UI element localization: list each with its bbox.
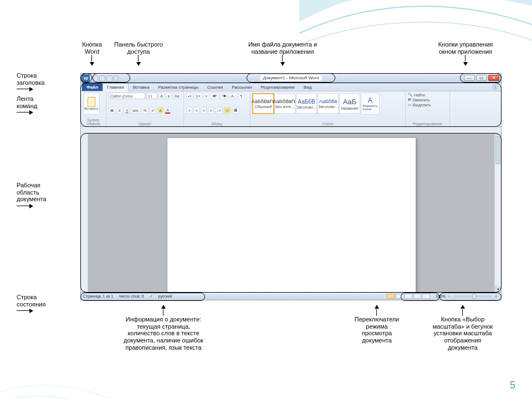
font-name-select[interactable]: Calibri (Осно xyxy=(109,93,145,99)
select-icon: ▭ xyxy=(408,103,412,107)
tab-references[interactable]: Ссылки xyxy=(203,83,227,91)
borders-icon[interactable]: ▦ xyxy=(232,107,239,114)
replace-button[interactable]: Заменить xyxy=(412,98,429,102)
bullets-icon[interactable]: •≡ xyxy=(186,93,193,99)
underline-button[interactable]: Ч xyxy=(124,107,130,114)
save-icon[interactable] xyxy=(92,75,98,81)
find-button[interactable]: Найти xyxy=(414,93,425,97)
bold-button[interactable]: Ж xyxy=(109,107,115,114)
callout-workarea: Рабочая область документа xyxy=(17,182,57,210)
group-clipboard: Вставить Буфер обмена xyxy=(81,91,106,126)
arrow-down-icon xyxy=(463,55,468,66)
status-page[interactable]: Страница: 1 из 1 xyxy=(83,294,113,298)
redo-icon[interactable] xyxy=(106,75,112,81)
paste-button[interactable]: Вставить xyxy=(83,93,100,115)
tab-file[interactable]: Файл xyxy=(82,83,103,91)
view-print-layout-button[interactable] xyxy=(387,294,395,299)
align-left-icon[interactable]: ≡ xyxy=(186,107,192,114)
status-words[interactable]: Число слов: 0 xyxy=(119,294,144,298)
arrow-up-icon xyxy=(161,305,166,316)
callout-view-switch: Переключатели режима просмотра документа xyxy=(344,305,410,344)
document-workarea[interactable] xyxy=(88,134,494,292)
callout-qat: Панель быстрого доступа xyxy=(108,41,169,66)
sort-icon[interactable]: A↓ xyxy=(229,93,237,99)
tab-review[interactable]: Рецензирование xyxy=(256,83,299,91)
change-styles-button[interactable]: A Изменить стили xyxy=(361,93,380,115)
scroll-thumb[interactable] xyxy=(495,136,500,164)
style-heading2[interactable]: АаБбВвЗаголово... xyxy=(318,94,339,114)
scrollbar-vertical[interactable]: ▴ ▾ xyxy=(494,134,501,292)
align-right-icon[interactable]: ≡ xyxy=(201,107,207,114)
tab-insert[interactable]: Вставка xyxy=(129,83,154,91)
undo-icon[interactable] xyxy=(99,75,105,81)
highlight-icon[interactable]: A xyxy=(157,107,163,114)
minimize-button[interactable]: — xyxy=(464,75,475,81)
callout-zoom: Кнопка «Выбор масштаба» и бегунок устано… xyxy=(421,305,504,351)
document-page[interactable] xyxy=(167,137,416,292)
tab-home[interactable]: Главная xyxy=(103,83,128,91)
ruler-horizontal[interactable] xyxy=(81,127,501,134)
group-label: Буфер обмена xyxy=(83,117,104,126)
indent-inc-icon[interactable]: ≡▶ xyxy=(220,93,228,99)
callout-title-row: Строка заголовка xyxy=(17,72,55,93)
callout-statusbar: Строка состояния xyxy=(17,294,57,315)
titlebar: W Документ1 - Microsoft Word — ▭ ✕ xyxy=(81,74,501,83)
maximize-button[interactable]: ▭ xyxy=(476,75,487,81)
style-no-spacing[interactable]: АаБбВвГг,Без инте... xyxy=(274,94,295,114)
change-styles-icon: A xyxy=(368,96,372,104)
statusbar: Страница: 1 из 1 Число слов: 0 ✓ русский… xyxy=(81,292,501,300)
ribbon: Вставить Буфер обмена Calibri (Осно 11 A… xyxy=(81,91,501,127)
zoom-out-button[interactable]: − xyxy=(447,294,452,298)
justify-icon[interactable]: ≡ xyxy=(208,107,214,114)
shrink-font-icon[interactable]: a xyxy=(166,93,172,99)
status-spellcheck-icon[interactable]: ✓ xyxy=(150,294,153,299)
arrow-right-icon xyxy=(17,110,35,115)
change-case-icon[interactable]: Aa xyxy=(173,93,181,99)
subscript-icon[interactable]: x₂ xyxy=(142,107,149,114)
italic-button[interactable]: К xyxy=(116,107,122,114)
font-size-select[interactable]: 11 xyxy=(146,93,157,99)
view-draft-button[interactable] xyxy=(422,294,430,299)
ribbon-tabs: Файл Главная Вставка Разметка страницы С… xyxy=(81,83,501,91)
line-spacing-icon[interactable]: ↕≡ xyxy=(215,107,223,114)
zoom-value[interactable]: 100% xyxy=(436,294,446,298)
zoom-slider-thumb[interactable] xyxy=(473,294,476,299)
zoom-slider[interactable] xyxy=(453,295,492,297)
replace-icon: ⇄ xyxy=(408,98,411,102)
callout-doc-info: Информация о документе: текущая страница… xyxy=(105,305,222,351)
view-web-button[interactable] xyxy=(405,294,412,299)
arrow-down-icon xyxy=(136,55,141,66)
slide-page-number: 5 xyxy=(510,380,515,391)
word-button[interactable]: W xyxy=(82,74,90,82)
tab-mailings[interactable]: Рассылки xyxy=(227,83,256,91)
select-button[interactable]: Выделить xyxy=(413,103,431,107)
scroll-down-icon[interactable]: ▾ xyxy=(495,287,500,292)
paragraph-marks-icon[interactable]: ¶ xyxy=(238,93,244,99)
indent-dec-icon[interactable]: ◀≡ xyxy=(211,93,219,99)
zoom-in-button[interactable]: + xyxy=(493,294,499,298)
tab-view[interactable]: Вид xyxy=(299,83,316,91)
style-heading1[interactable]: АаБбВЗаголово... xyxy=(296,94,317,114)
font-color-icon[interactable]: A xyxy=(165,107,171,114)
shading-icon[interactable]: ▭ xyxy=(224,107,231,114)
grow-font-icon[interactable]: A xyxy=(158,93,165,99)
status-language[interactable]: русский xyxy=(158,294,172,298)
view-fullscreen-button[interactable] xyxy=(396,294,403,299)
qat-dropdown-icon[interactable] xyxy=(114,75,118,81)
align-center-icon[interactable]: ≡ xyxy=(193,107,200,114)
ruler-vertical[interactable] xyxy=(81,134,88,292)
quick-access-toolbar xyxy=(91,75,118,81)
style-title[interactable]: АаБНазвание xyxy=(339,94,360,114)
style-normal[interactable]: АаБбВвГг,Обычный xyxy=(253,94,274,114)
close-button[interactable]: ✕ xyxy=(488,75,499,81)
strike-icon[interactable]: abc xyxy=(131,107,140,114)
callout-word-button: Кнопка Word xyxy=(76,41,108,66)
tab-layout[interactable]: Разметка страницы xyxy=(154,83,203,91)
group-label: Редактирование xyxy=(408,121,447,126)
view-outline-button[interactable] xyxy=(413,294,421,299)
find-icon: 🔍 xyxy=(408,93,413,97)
help-icon[interactable]: ? xyxy=(492,84,498,90)
numbering-icon[interactable]: 1≡ xyxy=(195,93,202,99)
superscript-icon[interactable]: x² xyxy=(150,107,156,114)
multilevel-icon[interactable]: ≡ xyxy=(203,93,209,99)
